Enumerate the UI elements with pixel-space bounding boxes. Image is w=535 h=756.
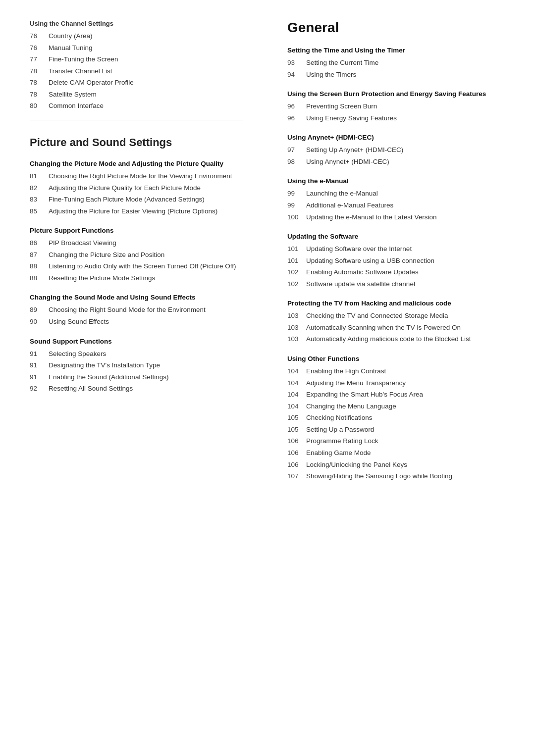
- subsection-heading: Using the e-Manual: [287, 177, 505, 185]
- picture-sound-section: Picture and Sound Settings Changing the …: [30, 136, 243, 394]
- toc-label: Delete CAM Operator Profile: [49, 78, 134, 88]
- page-number: 106: [287, 460, 306, 470]
- toc-item: 80Common Interface: [30, 101, 243, 111]
- page-number: 104: [287, 378, 306, 388]
- toc-label: Selecting Speakers: [49, 349, 106, 359]
- toc-item: 76Manual Tuning: [30, 43, 243, 53]
- toc-item: 86PIP Broadcast Viewing: [30, 238, 243, 248]
- page-number: 81: [30, 171, 49, 181]
- subsection-heading: Protecting the TV from Hacking and malic…: [287, 300, 505, 307]
- page-number: 76: [30, 43, 49, 53]
- subsection-heading: Changing the Picture Mode and Adjusting …: [30, 160, 243, 167]
- toc-label: Changing the Menu Language: [306, 402, 396, 411]
- toc-item: 105Setting Up a Password: [287, 425, 505, 435]
- toc-item: 101Updating Software using a USB connect…: [287, 256, 505, 266]
- toc-label: Resetting the Picture Mode Settings: [49, 273, 155, 283]
- toc-item: 88Listening to Audio Only with the Scree…: [30, 261, 243, 271]
- page-number: 99: [287, 189, 306, 199]
- toc-label: Programme Rating Lock: [306, 436, 378, 446]
- toc-item: 99Launching the e-Manual: [287, 189, 505, 199]
- toc-label: Choosing the Right Picture Mode for the …: [49, 171, 232, 181]
- toc-item: 93Setting the Current Time: [287, 58, 505, 68]
- page-number: 105: [287, 413, 306, 423]
- toc-label: Resetting All Sound Settings: [49, 384, 133, 394]
- channel-settings-list: 76Country (Area)76Manual Tuning77Fine-Tu…: [30, 31, 243, 111]
- subsection-heading: Picture Support Functions: [30, 227, 243, 234]
- toc-item: 103Automatically Scanning when the TV is…: [287, 323, 505, 333]
- toc-label: Manual Tuning: [49, 43, 93, 53]
- page-number: 104: [287, 366, 306, 376]
- toc-label: Adjusting the Picture for Easier Viewing…: [49, 206, 217, 216]
- page-number: 90: [30, 317, 49, 327]
- page-number: 86: [30, 238, 49, 248]
- subsection-heading: Using the Screen Burn Protection and Ene…: [287, 90, 505, 98]
- page-number: 77: [30, 54, 49, 64]
- toc-label: Software update via satellite channel: [306, 279, 415, 289]
- page-number: 96: [287, 113, 306, 123]
- page-number: 106: [287, 448, 306, 458]
- toc-label: Checking Notifications: [306, 413, 373, 423]
- right-subsections: Setting the Time and Using the Timer93Se…: [287, 47, 505, 481]
- toc-label: Using the Timers: [306, 70, 356, 80]
- picture-sound-subsections: Changing the Picture Mode and Adjusting …: [30, 160, 243, 394]
- page-number: 97: [287, 145, 306, 155]
- toc-item: 106Enabling Game Mode: [287, 448, 505, 458]
- page-number: 93: [287, 58, 306, 68]
- toc-label: Adjusting the Picture Quality for Each P…: [49, 183, 201, 193]
- toc-label: Enabling Automatic Software Updates: [306, 267, 419, 277]
- toc-item: 104Expanding the Smart Hub's Focus Area: [287, 390, 505, 400]
- toc-item: 76Country (Area): [30, 31, 243, 41]
- toc-label: Using Sound Effects: [49, 317, 109, 327]
- toc-label: Using Anynet+ (HDMI-CEC): [306, 157, 389, 167]
- page-number: 78: [30, 66, 49, 76]
- page-number: 82: [30, 183, 49, 193]
- toc-item: 78Transfer Channel List: [30, 66, 243, 76]
- page-number: 80: [30, 101, 49, 111]
- page-number: 89: [30, 305, 49, 315]
- toc-item: 83Fine-Tuning Each Picture Mode (Advance…: [30, 195, 243, 204]
- toc-label: Setting Up a Password: [306, 425, 374, 435]
- subsection-heading: Using Anynet+ (HDMI-CEC): [287, 134, 505, 141]
- subsection-heading: Setting the Time and Using the Timer: [287, 47, 505, 54]
- toc-item: 99Additional e-Manual Features: [287, 201, 505, 210]
- toc-item: 102Enabling Automatic Software Updates: [287, 267, 505, 277]
- toc-label: Showing/Hiding the Samsung Logo while Bo…: [306, 471, 452, 481]
- toc-label: Automatically Scanning when the TV is Po…: [306, 323, 461, 333]
- toc-item: 77Fine-Tuning the Screen: [30, 54, 243, 64]
- toc-item: 106Programme Rating Lock: [287, 436, 505, 446]
- page-number: 101: [287, 244, 306, 254]
- subsection-heading: Updating the Software: [287, 233, 505, 240]
- toc-item: 87Changing the Picture Size and Position: [30, 250, 243, 260]
- page-number: 83: [30, 195, 49, 204]
- page-number: 91: [30, 360, 49, 370]
- toc-label: Designating the TV's Installation Type: [49, 360, 160, 370]
- toc-item: 105Checking Notifications: [287, 413, 505, 423]
- divider-1: [30, 120, 243, 120]
- toc-item: 97Setting Up Anynet+ (HDMI-CEC): [287, 145, 505, 155]
- page-number: 103: [287, 334, 306, 344]
- toc-item: 91Enabling the Sound (Additional Setting…: [30, 372, 243, 382]
- subsection-heading: Using Other Functions: [287, 355, 505, 362]
- page-number: 98: [287, 157, 306, 167]
- page-number: 92: [30, 384, 49, 394]
- subsection-heading: Changing the Sound Mode and Using Sound …: [30, 294, 243, 301]
- toc-item: 104Changing the Menu Language: [287, 402, 505, 411]
- page-number: 91: [30, 349, 49, 359]
- toc-label: Enabling the High Contrast: [306, 366, 386, 376]
- toc-item: 92Resetting All Sound Settings: [30, 384, 243, 394]
- page-number: 106: [287, 436, 306, 446]
- toc-label: Adjusting the Menu Transparency: [306, 378, 406, 388]
- toc-item: 78Delete CAM Operator Profile: [30, 78, 243, 88]
- toc-label: Expanding the Smart Hub's Focus Area: [306, 390, 423, 400]
- page-number: 104: [287, 390, 306, 400]
- toc-label: Additional e-Manual Features: [306, 201, 393, 210]
- page-number: 78: [30, 90, 49, 100]
- toc-label: Common Interface: [49, 101, 104, 111]
- toc-label: Updating the e-Manual to the Latest Vers…: [306, 212, 436, 222]
- toc-label: Using Energy Saving Features: [306, 113, 397, 123]
- toc-label: Enabling the Sound (Additional Settings): [49, 372, 168, 382]
- page-number: 102: [287, 279, 306, 289]
- toc-item: 100Updating the e-Manual to the Latest V…: [287, 212, 505, 222]
- toc-item: 101Updating Software over the Internet: [287, 244, 505, 254]
- page-number: 87: [30, 250, 49, 260]
